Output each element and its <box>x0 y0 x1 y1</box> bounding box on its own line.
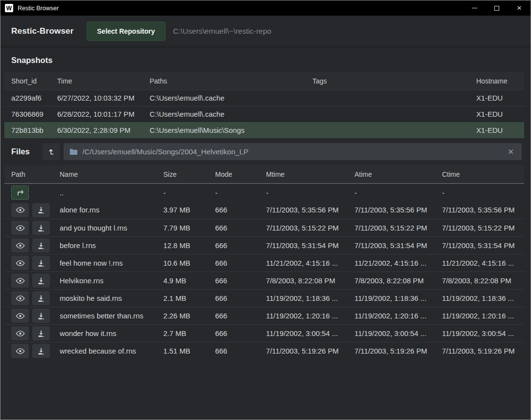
file-mode: 666 <box>215 277 266 285</box>
current-path-value: /C/Users/emuell/Music/Songs/2004_Helveti… <box>83 147 506 156</box>
column-ctime: Ctime <box>442 170 524 178</box>
file-mtime: 7/11/2003, 5:19:26 PM <box>266 347 354 355</box>
file-mode: 666 <box>215 242 266 250</box>
file-row: feel home now !.rns 10.6 MB 666 11/21/20… <box>4 254 524 272</box>
files-table-header: Path Name Size Mode Mtime Atime Ctime <box>4 165 524 184</box>
file-mtime: 11/19/2002, 3:00:54 ... <box>266 330 354 337</box>
preview-file-button[interactable] <box>11 291 29 305</box>
preview-file-button[interactable] <box>11 203 29 217</box>
file-atime: 7/11/2003, 5:19:26 PM <box>354 347 442 355</box>
file-row: sometimes better than.rns 2.26 MB 666 11… <box>4 307 524 324</box>
file-name: alone for.rns <box>60 206 163 214</box>
file-mtime: - <box>266 189 354 197</box>
download-file-button[interactable] <box>32 344 50 358</box>
file-ctime: 7/11/2003, 5:15:22 PM <box>442 224 524 232</box>
maximize-icon <box>494 6 499 11</box>
file-atime: 11/19/2002, 1:18:36 ... <box>354 294 442 302</box>
file-mode: 666 <box>215 294 266 302</box>
close-icon: ✕ <box>517 4 522 12</box>
eye-icon <box>16 225 25 231</box>
column-short-id: Short_id <box>11 77 57 85</box>
file-ctime: 7/11/2003, 5:35:56 PM <box>442 206 524 214</box>
file-mode: 666 <box>215 347 266 355</box>
snapshot-time: 6/28/2022, 10:01:17 PM <box>57 110 150 118</box>
download-file-button[interactable] <box>32 291 50 305</box>
select-repository-button[interactable]: Select Repository <box>87 21 166 41</box>
preview-file-button[interactable] <box>11 273 29 288</box>
current-path-field[interactable]: /C/Users/emuell/Music/Songs/2004_Helveti… <box>64 143 522 160</box>
download-icon <box>37 259 45 267</box>
eye-icon <box>16 348 25 355</box>
parent-directory-row: .. - - - - - <box>4 184 524 201</box>
minimize-button[interactable] <box>463 0 486 16</box>
snapshot-short-id: 76306869 <box>11 110 57 118</box>
file-mode: 666 <box>215 330 266 337</box>
eye-icon <box>16 277 25 284</box>
app-header: Restic-Browser Select Repository C:\User… <box>0 16 531 47</box>
file-atime: 11/19/2002, 1:20:16 ... <box>354 312 442 320</box>
file-name: Helvikone.rns <box>60 277 163 285</box>
up-level-button[interactable] <box>43 143 60 160</box>
preview-file-button[interactable] <box>11 256 29 270</box>
file-name: sometimes better than.rns <box>60 312 163 320</box>
file-ctime: 11/21/2002, 4:15:16 ... <box>442 259 524 267</box>
snapshot-row[interactable]: a2299af6 6/27/2022, 10:03:32 PM C:\Users… <box>4 90 524 106</box>
download-file-button[interactable] <box>32 256 50 270</box>
file-rows-container: alone for.rns 3.97 MB 666 7/11/2003, 5:3… <box>4 201 524 359</box>
file-size: 3.97 MB <box>163 206 215 214</box>
snapshot-row-selected[interactable]: 72b813bb 6/30/2022, 2:28:09 PM C:\Users\… <box>4 122 524 138</box>
file-row: alone for.rns 3.97 MB 666 7/11/2003, 5:3… <box>4 201 524 219</box>
preview-file-button[interactable] <box>11 238 29 252</box>
column-path: Path <box>11 170 60 178</box>
file-row: Helvikone.rns 4.9 MB 666 7/8/2003, 8:22:… <box>4 272 524 289</box>
snapshot-row[interactable]: 76306869 6/28/2022, 10:01:17 PM C:\Users… <box>4 106 524 122</box>
column-size: Size <box>163 170 215 178</box>
snapshots-table: Short_id Time Paths Tags Hostname a2299a… <box>4 72 524 138</box>
preview-file-button[interactable] <box>11 221 29 235</box>
window-titlebar: W Restic Browser ✕ <box>0 0 531 16</box>
clear-path-button[interactable]: ✕ <box>506 147 516 156</box>
file-mtime: 11/21/2002, 4:15:16 ... <box>266 259 354 267</box>
file-ctime: 11/19/2002, 1:20:16 ... <box>442 312 524 320</box>
close-button[interactable]: ✕ <box>508 0 531 16</box>
file-mtime: 7/11/2003, 5:31:54 PM <box>266 242 354 250</box>
eye-icon <box>16 242 25 249</box>
preview-file-button[interactable] <box>11 344 29 358</box>
file-size: 7.79 MB <box>163 224 215 232</box>
column-hostname: Hostname <box>476 77 524 85</box>
file-row: wrecked because of.rns 1.51 MB 666 7/11/… <box>4 342 524 359</box>
download-icon <box>37 347 45 355</box>
download-icon <box>37 206 45 214</box>
file-mtime: 7/11/2003, 5:15:22 PM <box>266 224 354 232</box>
maximize-button[interactable] <box>486 0 508 16</box>
download-file-button[interactable] <box>32 238 50 252</box>
preview-file-button[interactable] <box>11 326 29 340</box>
file-name: .. <box>60 189 163 197</box>
file-row: wonder how it.rns 2.7 MB 666 11/19/2002,… <box>4 324 524 342</box>
download-file-button[interactable] <box>32 309 50 323</box>
app-title: Restic-Browser <box>11 26 74 36</box>
file-mtime: 11/19/2002, 1:20:16 ... <box>266 312 354 320</box>
download-icon <box>37 224 45 232</box>
download-file-button[interactable] <box>32 203 50 217</box>
go-parent-button[interactable] <box>11 186 29 200</box>
file-name: before l.rns <box>60 242 163 250</box>
file-name: wrecked because of.rns <box>60 347 163 355</box>
download-file-button[interactable] <box>32 221 50 235</box>
download-file-button[interactable] <box>32 326 50 340</box>
file-size: 10.6 MB <box>163 259 215 267</box>
minimize-icon <box>472 8 477 8</box>
snapshot-short-id: 72b813bb <box>11 126 57 134</box>
column-mtime: Mtime <box>266 170 354 178</box>
file-name: moskito he said.rns <box>60 294 163 302</box>
file-row: before l.rns 12.8 MB 666 7/11/2003, 5:31… <box>4 236 524 254</box>
snapshot-hostname: X1-EDU <box>476 94 524 102</box>
column-atime: Atime <box>354 170 442 178</box>
download-file-button[interactable] <box>32 273 50 288</box>
files-title: Files <box>11 147 30 156</box>
file-ctime: - <box>442 189 524 197</box>
eye-icon <box>16 295 25 302</box>
file-atime: 7/11/2003, 5:35:56 PM <box>354 206 442 214</box>
file-atime: 11/19/2002, 3:00:54 ... <box>354 330 442 337</box>
preview-file-button[interactable] <box>11 309 29 323</box>
